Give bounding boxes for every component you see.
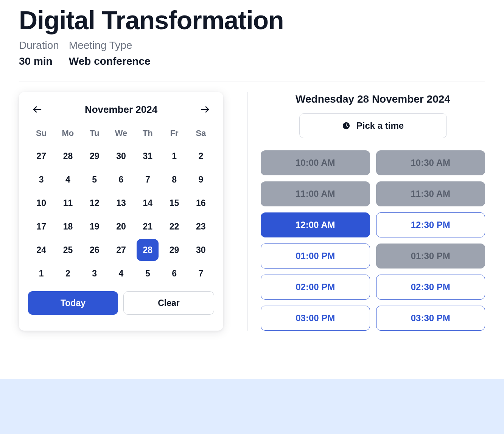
date-cell[interactable]: 25 bbox=[54, 238, 81, 262]
clear-button[interactable]: Clear bbox=[123, 291, 214, 315]
type-value: Web conference bbox=[69, 55, 151, 67]
weekday-label: Sa bbox=[188, 125, 214, 144]
time-slot[interactable]: 02:00 PM bbox=[261, 275, 370, 300]
duration-value: 30 min bbox=[19, 55, 59, 67]
date-cell[interactable]: 14 bbox=[134, 191, 161, 215]
weekday-label: Th bbox=[134, 125, 161, 144]
arrow-left-icon bbox=[32, 105, 42, 114]
calendar-card: November 2024 SuMoTuWeThFrSa 27282930311… bbox=[19, 92, 223, 331]
date-cell[interactable]: 28 bbox=[134, 238, 161, 262]
weekday-label: Mo bbox=[54, 125, 81, 144]
meta-row: Duration 30 min Meeting Type Web confere… bbox=[19, 39, 485, 67]
time-slot[interactable]: 01:00 PM bbox=[261, 244, 370, 269]
date-cell[interactable]: 29 bbox=[81, 144, 108, 168]
page-title: Digital Transformation bbox=[19, 0, 485, 35]
time-slot[interactable]: 12:30 PM bbox=[376, 212, 485, 237]
time-slot: 01:30 PM bbox=[376, 244, 485, 269]
booking-page: Digital Transformation Duration 30 min M… bbox=[0, 0, 504, 379]
date-cell[interactable]: 3 bbox=[81, 262, 108, 285]
date-cell[interactable]: 7 bbox=[188, 262, 214, 285]
date-row: 1234567 bbox=[28, 262, 214, 285]
date-cell[interactable]: 15 bbox=[161, 191, 187, 215]
date-cell[interactable]: 31 bbox=[134, 144, 161, 168]
pick-a-time-button[interactable]: Pick a time bbox=[299, 113, 447, 138]
date-cell[interactable]: 22 bbox=[161, 215, 187, 238]
date-cell[interactable]: 3 bbox=[28, 168, 54, 191]
date-cell[interactable]: 24 bbox=[28, 238, 54, 262]
weekday-label: Su bbox=[28, 125, 54, 144]
time-slot-grid: 10:00 AM10:30 AM11:00 AM11:30 AM12:00 AM… bbox=[261, 150, 485, 331]
date-row: 3456789 bbox=[28, 168, 214, 191]
date-cell[interactable]: 13 bbox=[108, 191, 134, 215]
date-cell[interactable]: 4 bbox=[108, 262, 134, 285]
date-cell[interactable]: 30 bbox=[108, 144, 134, 168]
date-cell[interactable]: 18 bbox=[54, 215, 81, 238]
date-cell[interactable]: 5 bbox=[134, 262, 161, 285]
date-cell[interactable]: 16 bbox=[188, 191, 214, 215]
weekday-label: We bbox=[108, 125, 134, 144]
date-cell[interactable]: 11 bbox=[54, 191, 81, 215]
divider bbox=[19, 81, 485, 81]
date-cell[interactable]: 8 bbox=[161, 168, 187, 191]
meta-type: Meeting Type Web conference bbox=[69, 39, 151, 67]
today-button[interactable]: Today bbox=[28, 291, 118, 315]
date-cell[interactable]: 4 bbox=[54, 168, 81, 191]
time-slot: 10:00 AM bbox=[261, 150, 370, 175]
date-cell[interactable]: 27 bbox=[108, 238, 134, 262]
duration-label: Duration bbox=[19, 39, 59, 52]
time-panel: Wednesday 28 November 2024 Pick a time 1… bbox=[261, 92, 485, 331]
time-slot: 10:30 AM bbox=[376, 150, 485, 175]
date-cell[interactable]: 6 bbox=[108, 168, 134, 191]
date-cell[interactable]: 28 bbox=[54, 144, 81, 168]
date-cell[interactable]: 30 bbox=[188, 238, 214, 262]
time-slot[interactable]: 12:00 AM bbox=[261, 212, 370, 237]
date-cell[interactable]: 6 bbox=[161, 262, 187, 285]
date-cell[interactable]: 12 bbox=[81, 191, 108, 215]
date-row: 24252627282930 bbox=[28, 238, 214, 262]
date-cell[interactable]: 5 bbox=[81, 168, 108, 191]
arrow-right-icon bbox=[200, 105, 210, 114]
pick-a-time-label: Pick a time bbox=[356, 120, 404, 131]
time-slot[interactable]: 03:30 PM bbox=[376, 306, 485, 331]
clock-icon bbox=[342, 122, 350, 130]
date-cell[interactable]: 26 bbox=[81, 238, 108, 262]
date-cell[interactable]: 2 bbox=[54, 262, 81, 285]
weekday-row: SuMoTuWeThFrSa bbox=[28, 125, 214, 144]
date-cell[interactable]: 9 bbox=[188, 168, 214, 191]
date-cell[interactable]: 21 bbox=[134, 215, 161, 238]
date-cell[interactable]: 1 bbox=[28, 262, 54, 285]
prev-month-button[interactable] bbox=[30, 103, 45, 116]
calendar-header: November 2024 bbox=[28, 103, 214, 116]
date-row: 10111213141516 bbox=[28, 191, 214, 215]
calendar-footer: Today Clear bbox=[28, 291, 214, 315]
date-cell[interactable]: 23 bbox=[188, 215, 214, 238]
weekday-label: Tu bbox=[81, 125, 108, 144]
calendar-month-label: November 2024 bbox=[45, 104, 198, 116]
date-cell[interactable]: 27 bbox=[28, 144, 54, 168]
date-cell[interactable]: 29 bbox=[161, 238, 187, 262]
time-slot[interactable]: 02:30 PM bbox=[376, 275, 485, 300]
date-cell[interactable]: 1 bbox=[161, 144, 187, 168]
date-cell[interactable]: 19 bbox=[81, 215, 108, 238]
date-row: 272829303112 bbox=[28, 144, 214, 168]
weekday-label: Fr bbox=[161, 125, 187, 144]
time-slot: 11:00 AM bbox=[261, 181, 370, 206]
dates-container: 2728293031123456789101112131415161718192… bbox=[28, 144, 214, 285]
date-cell[interactable]: 17 bbox=[28, 215, 54, 238]
date-cell[interactable]: 7 bbox=[134, 168, 161, 191]
date-row: 17181920212223 bbox=[28, 215, 214, 238]
date-cell[interactable]: 2 bbox=[188, 144, 214, 168]
selected-date-heading: Wednesday 28 November 2024 bbox=[261, 92, 485, 106]
vertical-divider bbox=[247, 92, 248, 331]
type-label: Meeting Type bbox=[69, 39, 151, 52]
meta-duration: Duration 30 min bbox=[19, 39, 59, 67]
time-slot[interactable]: 03:00 PM bbox=[261, 306, 370, 331]
date-cell[interactable]: 10 bbox=[28, 191, 54, 215]
next-month-button[interactable] bbox=[198, 103, 213, 116]
body-row: November 2024 SuMoTuWeThFrSa 27282930311… bbox=[19, 92, 485, 331]
time-slot: 11:30 AM bbox=[376, 181, 485, 206]
date-cell[interactable]: 20 bbox=[108, 215, 134, 238]
